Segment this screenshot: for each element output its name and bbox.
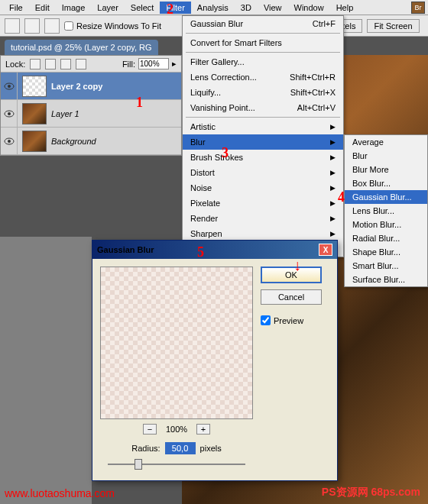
layers-panel-header: Lock: Fill: ▸	[1, 56, 181, 73]
visibility-eye-icon[interactable]	[1, 128, 18, 155]
resize-windows-input[interactable]	[64, 21, 73, 31]
menu-item[interactable]: Pixelate▶	[183, 195, 343, 211]
submenu-item[interactable]: Lens Blur...	[345, 204, 427, 218]
ok-button[interactable]: OK	[261, 267, 322, 283]
lock-transparency-icon[interactable]	[30, 59, 41, 69]
annotation-1: 1	[136, 95, 143, 111]
svg-point-1	[8, 85, 11, 88]
menu-item[interactable]: Sharpen▶	[183, 226, 343, 241]
zoom-tool-icon[interactable]	[5, 18, 20, 34]
resize-windows-checkbox[interactable]: Resize Windows To Fit	[64, 21, 161, 31]
layers-panel: Lock: Fill: ▸ Layer 2 copyLayer 1Backgro…	[0, 55, 182, 156]
menu-item[interactable]: Distort▶	[183, 165, 343, 180]
watermark-left: www.luotaoshuma.com	[5, 487, 115, 499]
lock-label: Lock:	[5, 60, 25, 69]
annotation-5: 5	[197, 244, 204, 260]
watermark-right: PS资源网 68ps.com	[322, 486, 420, 499]
layer-row[interactable]: Layer 1	[1, 100, 181, 128]
menu-layer[interactable]: Layer	[91, 2, 125, 14]
menu-item[interactable]: Brush Strokes▶	[183, 150, 343, 165]
menu-analysis[interactable]: Analysis	[191, 2, 235, 14]
menu-item[interactable]: Lens Correction...Shift+Ctrl+R	[183, 69, 343, 85]
submenu-item[interactable]: Blur	[345, 149, 427, 163]
zoom-in-icon[interactable]	[24, 18, 40, 34]
menubar: FileEditImageLayerSelectFilterAnalysis3D…	[0, 0, 428, 15]
menu-help[interactable]: Help	[330, 2, 360, 14]
submenu-item[interactable]: Blur More	[345, 163, 427, 176]
menu-edit[interactable]: Edit	[29, 2, 56, 14]
layer-row[interactable]: Background	[1, 128, 181, 155]
visibility-eye-icon[interactable]	[1, 73, 18, 100]
fill-label: Fill:	[122, 60, 135, 69]
menu-item[interactable]: Filter Gallery...	[183, 54, 343, 69]
layer-name: Background	[51, 137, 96, 146]
document-tab[interactable]: tutorial.psd @ 25% (Layer 2 copy, RG	[5, 40, 158, 55]
submenu-item[interactable]: Shape Blur...	[345, 245, 427, 259]
submenu-item[interactable]: Smart Blur...	[345, 259, 427, 273]
menu-item[interactable]: Artistic▶	[183, 119, 343, 134]
radius-input[interactable]	[165, 442, 196, 454]
menu-item[interactable]: Liquify...Shift+Ctrl+X	[183, 85, 343, 100]
preview-checkbox-input[interactable]	[261, 315, 271, 325]
fill-dropdown-icon[interactable]: ▸	[172, 59, 177, 69]
menu-image[interactable]: Image	[56, 2, 92, 14]
zoom-in-button[interactable]: +	[196, 424, 210, 435]
layer-thumbnail[interactable]	[22, 76, 47, 97]
zoom-controls: − 100% +	[100, 424, 253, 435]
blur-submenu: AverageBlurBlur MoreBox Blur...Gaussian …	[344, 134, 428, 287]
visibility-eye-icon[interactable]	[1, 100, 18, 128]
layer-thumbnail[interactable]	[22, 131, 47, 152]
filter-menu-dropdown: Gaussian BlurCtrl+FConvert for Smart Fil…	[182, 15, 344, 257]
slider-handle[interactable]	[135, 459, 142, 470]
menu-select[interactable]: Select	[125, 2, 160, 14]
layer-thumbnail[interactable]	[22, 103, 47, 124]
layer-row[interactable]: Layer 2 copy	[1, 73, 181, 100]
submenu-item[interactable]: Radial Blur...	[345, 231, 427, 245]
menu-3d[interactable]: 3D	[235, 2, 258, 14]
cancel-button[interactable]: Cancel	[261, 289, 322, 305]
close-icon[interactable]: X	[319, 244, 332, 256]
menu-item[interactable]: Render▶	[183, 211, 343, 226]
annotation-3: 3	[222, 145, 229, 161]
annotation-4: 4	[338, 189, 345, 205]
preview-checkbox[interactable]: Preview	[261, 315, 322, 325]
zoom-level: 100%	[166, 425, 187, 434]
fit-screen-button[interactable]: Fit Screen	[367, 19, 419, 33]
submenu-item[interactable]: Box Blur...	[345, 176, 427, 190]
lock-all-icon[interactable]	[76, 59, 86, 69]
bridge-badge[interactable]: Br	[411, 2, 425, 14]
menu-item[interactable]: Gaussian BlurCtrl+F	[183, 16, 343, 31]
layer-name: Layer 1	[51, 109, 79, 118]
gaussian-blur-dialog: Gaussian Blur X − 100% + Radius: pixels …	[92, 240, 338, 481]
radius-unit: pixels	[200, 444, 222, 453]
annotation-arrow: ↓	[293, 257, 301, 274]
submenu-item[interactable]: Gaussian Blur...	[345, 190, 427, 204]
zoom-out-icon[interactable]	[44, 18, 60, 34]
radius-slider[interactable]	[100, 457, 253, 473]
dialog-title: Gaussian Blur	[97, 245, 154, 254]
menu-window[interactable]: Window	[288, 2, 330, 14]
annotation-2: 2	[167, 2, 173, 18]
menu-filter[interactable]: Filter	[160, 2, 190, 14]
zoom-out-button[interactable]: −	[143, 424, 157, 435]
submenu-item[interactable]: Average	[345, 135, 427, 149]
resize-windows-label: Resize Windows To Fit	[76, 21, 161, 31]
menu-item[interactable]: Blur▶	[183, 134, 343, 150]
preview-label: Preview	[274, 316, 303, 325]
layer-name: Layer 2 copy	[51, 82, 102, 91]
menu-view[interactable]: View	[258, 2, 288, 14]
menu-item[interactable]: Convert for Smart Filters	[183, 35, 343, 50]
menu-item[interactable]: Vanishing Point...Alt+Ctrl+V	[183, 100, 343, 115]
svg-point-5	[8, 140, 11, 143]
preview-canvas[interactable]	[100, 267, 253, 419]
svg-point-3	[8, 112, 11, 115]
menu-item[interactable]: Noise▶	[183, 180, 343, 195]
submenu-item[interactable]: Surface Blur...	[345, 273, 427, 286]
lock-image-icon[interactable]	[45, 59, 56, 69]
radius-label: Radius:	[131, 444, 160, 453]
pasteboard	[0, 237, 92, 504]
submenu-item[interactable]: Motion Blur...	[345, 218, 427, 231]
menu-file[interactable]: File	[3, 2, 29, 14]
fill-input[interactable]	[138, 58, 169, 69]
lock-position-icon[interactable]	[60, 59, 71, 69]
